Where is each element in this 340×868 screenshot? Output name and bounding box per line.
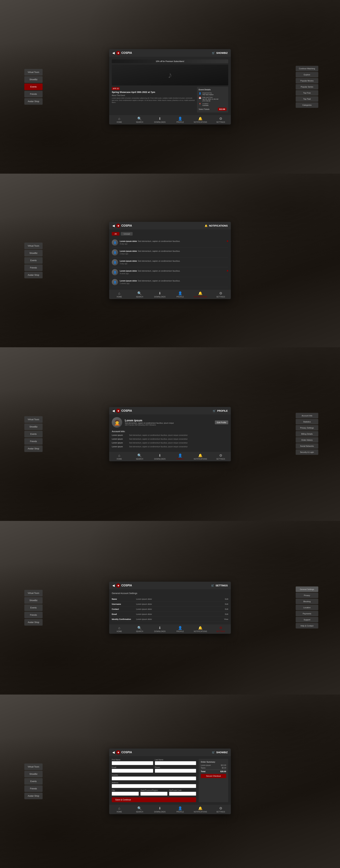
sidebar4-events[interactable]: Events: [24, 604, 42, 611]
nav-search-s5[interactable]: 🔍 SEARCH: [133, 806, 146, 813]
nav-notifications-s5[interactable]: 🔔 NOTIFICATIONS: [194, 806, 207, 813]
settings-edit-contact[interactable]: Edit: [225, 608, 228, 610]
sidebar4-virtual-tours[interactable]: Virtual Tours: [24, 590, 42, 596]
sidebar3-events[interactable]: Events: [24, 431, 42, 437]
nav-settings-s4[interactable]: ⚙ SETTINGS: [214, 626, 228, 632]
filter-all-btn[interactable]: All: [112, 232, 119, 236]
nav-notifications-s4[interactable]: 🔔 NOTIFICATIONS: [194, 626, 207, 632]
sidebar2-friends[interactable]: Friends: [24, 265, 42, 271]
nav-settings-s5[interactable]: ⚙ SETTINGS: [214, 806, 228, 813]
nav-home-s1[interactable]: ⌂ HOME: [112, 117, 126, 123]
sidebar3-avatar-shop[interactable]: Avatar Shop: [24, 445, 42, 452]
nav-profile-s4[interactable]: 👤 PROFILE: [173, 626, 187, 632]
settings-edit-email[interactable]: Edit: [225, 613, 228, 615]
rs4-help-contact[interactable]: Help & Contact: [296, 623, 318, 628]
sidebar-item-events[interactable]: Events: [24, 84, 42, 90]
firstname-input[interactable]: [112, 761, 153, 765]
sidebar-item-avatar-shop[interactable]: Avatar Shop: [24, 98, 42, 105]
nav-search-s1[interactable]: 🔍 SEARCH: [133, 117, 146, 123]
nav-downloads-s4[interactable]: ⬇ DOWNLOADS: [153, 626, 167, 632]
ticket-price-btn[interactable]: $13.99: [218, 107, 226, 111]
sidebar2-avatar-shop[interactable]: Avatar Shop: [24, 272, 42, 278]
rs4-privacy[interactable]: Privacy: [296, 593, 318, 598]
filter-unread-btn[interactable]: Unread: [121, 232, 133, 236]
nav-settings-s1[interactable]: ⚙ SETTINGS: [214, 117, 228, 123]
sidebar5-friends[interactable]: Friends: [24, 785, 42, 792]
nav-downloads-s1[interactable]: ⬇ DOWNLOADS: [153, 117, 167, 123]
rs4-general-settings[interactable]: General Settings: [296, 587, 318, 592]
nav-notifications-s2[interactable]: 🔔 NOTIFICATIONS: [194, 291, 207, 298]
email-input[interactable]: [112, 769, 153, 773]
sidebar-item-virtual-tours[interactable]: Virtual Tours: [24, 69, 42, 75]
settings-edit-identity[interactable]: View: [224, 618, 228, 620]
rs3-account-info[interactable]: Account Info: [296, 413, 318, 418]
back-button-s5[interactable]: ◀: [112, 750, 115, 754]
nav-profile-s3[interactable]: 👤 PROFILE: [173, 453, 187, 460]
sidebar3-showbiz[interactable]: ShowBiz: [24, 424, 42, 430]
rs3-statistics[interactable]: Statistics: [296, 419, 318, 425]
settings-edit-name[interactable]: Edit: [225, 598, 228, 600]
back-button-s2[interactable]: ◀: [112, 224, 115, 228]
country-input[interactable]: [112, 776, 196, 780]
sidebar2-events[interactable]: Events: [24, 257, 42, 264]
nav-home-s4[interactable]: ⌂ HOME: [112, 626, 126, 632]
state-input[interactable]: [140, 792, 167, 796]
rs3-social-networks[interactable]: Social Networks: [296, 443, 318, 449]
rs3-billing-details[interactable]: Billing Details: [296, 431, 318, 437]
sidebar5-virtual-tours[interactable]: Virtual Tours: [24, 764, 42, 770]
sidebar5-avatar-shop[interactable]: Avatar Shop: [24, 793, 42, 799]
sidebar-item-friends[interactable]: Friends: [24, 91, 42, 97]
rs4-location[interactable]: Location: [296, 605, 318, 610]
rs-popular-series[interactable]: Popular Series: [296, 84, 318, 90]
nav-profile-s2[interactable]: 👤 PROFILE: [173, 291, 187, 298]
back-button-s3[interactable]: ◀: [112, 409, 115, 413]
rs4-payments[interactable]: Payments: [296, 611, 318, 616]
rs-top-paid[interactable]: Top Paid: [296, 96, 318, 102]
rs-top-free[interactable]: Top Free: [296, 90, 318, 96]
nav-settings-s3[interactable]: ⚙ SETTINGS: [214, 453, 228, 460]
sidebar4-avatar-shop[interactable]: Avatar Shop: [24, 619, 42, 626]
rs3-privacy-settings[interactable]: Privacy Settings: [296, 425, 318, 431]
edit-profile-button[interactable]: Edit Profile: [215, 421, 228, 424]
nav-home-s2[interactable]: ⌂ HOME: [112, 291, 126, 298]
sidebar4-friends[interactable]: Friends: [24, 612, 42, 618]
nav-settings-s2[interactable]: ⚙ SETTINGS: [214, 291, 228, 298]
address-input[interactable]: [112, 784, 196, 788]
sidebar3-friends[interactable]: Friends: [24, 438, 42, 445]
nav-home-s3[interactable]: ⌂ HOME: [112, 453, 126, 460]
sidebar2-showbiz[interactable]: ShowBiz: [24, 250, 42, 256]
rs-continue-watching[interactable]: Continue Watching: [296, 66, 318, 71]
sidebar4-showbiz[interactable]: ShowBiz: [24, 597, 42, 604]
nav-downloads-s2[interactable]: ⬇ DOWNLOADS: [153, 291, 167, 298]
rs-categories[interactable]: Categories: [296, 102, 318, 108]
lastname-input[interactable]: [155, 761, 196, 765]
rs3-security-login[interactable]: Security & Login: [296, 450, 318, 455]
sidebar2-virtual-tours[interactable]: Virtual Tours: [24, 243, 42, 249]
nav-home-s5[interactable]: ⌂ HOME: [112, 806, 126, 813]
nav-search-s3[interactable]: 🔍 SEARCH: [133, 453, 146, 460]
nav-profile-s1[interactable]: 👤 PROFILE: [173, 117, 187, 123]
zip-input[interactable]: [169, 792, 196, 796]
save-continue-button[interactable]: Save & Continue: [112, 797, 196, 802]
back-button-s4[interactable]: ◀: [112, 584, 115, 587]
back-button-s1[interactable]: ◀: [112, 51, 115, 55]
sidebar-item-showbiz[interactable]: ShowBiz: [24, 76, 42, 83]
nav-downloads-s3[interactable]: ⬇ DOWNLOADS: [153, 453, 167, 460]
nav-profile-s5[interactable]: 👤 PROFILE: [173, 806, 187, 813]
secure-checkout-button[interactable]: Secure Checkout: [201, 774, 226, 778]
nav-downloads-s5[interactable]: ⬇ DOWNLOADS: [153, 806, 167, 813]
rs3-order-history[interactable]: Order History: [296, 437, 318, 443]
phone-input[interactable]: [155, 769, 196, 773]
rs-popular-movies[interactable]: Popular Movies: [296, 78, 318, 84]
nav-notifications-s3[interactable]: 🔔 NOTIFICATIONS: [194, 453, 207, 460]
nav-notifications-s1[interactable]: 🔔 NOTIFICATIONS: [194, 117, 207, 123]
rs4-blocking[interactable]: Blocking: [296, 599, 318, 604]
rs-explore[interactable]: Explore: [296, 72, 318, 78]
settings-edit-username[interactable]: Edit: [225, 603, 228, 605]
city-input[interactable]: [112, 792, 139, 796]
sidebar5-showbiz[interactable]: ShowBiz: [24, 771, 42, 777]
sidebar5-events[interactable]: Events: [24, 778, 42, 785]
sidebar3-virtual-tours[interactable]: Virtual Tours: [24, 416, 42, 423]
nav-search-s2[interactable]: 🔍 SEARCH: [133, 291, 146, 298]
rs4-support[interactable]: Support: [296, 617, 318, 622]
